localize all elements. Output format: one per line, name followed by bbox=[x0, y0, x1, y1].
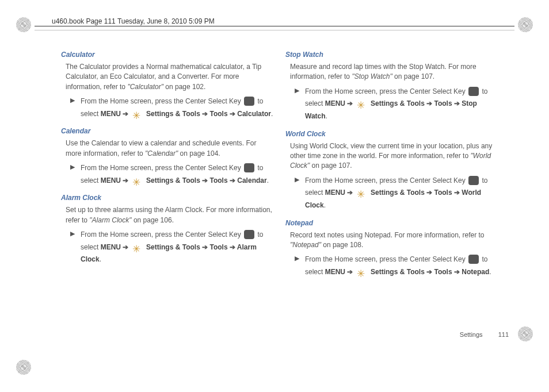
section-description: Set up to three alarms using the Alarm C… bbox=[66, 205, 274, 225]
period: . bbox=[326, 112, 327, 120]
section-heading: Notepad bbox=[285, 219, 498, 227]
instruction-step: ▶From the Home screen, press the Center … bbox=[295, 175, 498, 212]
path-label: Tools bbox=[434, 99, 452, 107]
arrow-icon: ➔ bbox=[228, 243, 237, 251]
arrow-icon: ➔ bbox=[228, 110, 238, 118]
page-footer: Settings 111 bbox=[460, 331, 509, 338]
center-select-key-icon bbox=[244, 97, 254, 106]
path-label: Settings & Tools bbox=[369, 189, 425, 197]
desc-text: on page 108. bbox=[321, 241, 363, 249]
arrow-icon: ➔ bbox=[200, 176, 210, 185]
desc-text: on page 106. bbox=[132, 216, 174, 224]
section-description: Using World Clock, view the current time… bbox=[290, 141, 498, 171]
arrow-icon: ➔ bbox=[121, 110, 131, 118]
footer-section: Settings bbox=[460, 331, 483, 338]
path-label: Tools bbox=[210, 243, 228, 251]
instruction-step: ▶From the Home screen, press the Center … bbox=[70, 162, 274, 187]
section-description: Use the Calendar to view a calendar and … bbox=[66, 139, 274, 159]
bullet-marker-icon: ▶ bbox=[70, 163, 75, 171]
desc-text: Using World Clock, view the current time… bbox=[290, 142, 492, 160]
arrow-icon: ➔ bbox=[121, 243, 131, 251]
menu-label: MENU bbox=[101, 243, 121, 251]
settings-gear-icon bbox=[357, 99, 367, 108]
settings-gear-icon bbox=[357, 267, 367, 276]
cross-ref-link[interactable]: "Calendar" bbox=[145, 149, 178, 157]
settings-gear-icon bbox=[132, 243, 143, 252]
section: CalendarUse the Calendar to view a calen… bbox=[61, 127, 274, 187]
desc-text: on page 102. bbox=[163, 83, 205, 91]
footer-page-number: 111 bbox=[498, 331, 509, 338]
path-label: Tools bbox=[210, 110, 228, 118]
desc-text: on page 107. bbox=[392, 72, 434, 80]
path-label: Tools bbox=[434, 189, 452, 197]
bullet-marker-icon: ▶ bbox=[295, 176, 299, 183]
period: . bbox=[267, 176, 269, 185]
path-target: Calendar bbox=[237, 176, 266, 185]
step-text: From the Home screen, press the Center S… bbox=[305, 86, 498, 123]
cross-ref-link[interactable]: "Alarm Clock" bbox=[89, 216, 131, 224]
bullet-marker-icon: ▶ bbox=[70, 97, 75, 104]
arrow-icon: ➔ bbox=[345, 268, 355, 276]
path-label: Settings & Tools bbox=[144, 110, 200, 118]
desc-text: on page 104. bbox=[178, 149, 220, 157]
arrow-icon: ➔ bbox=[425, 99, 434, 107]
section-description: Record text notes using Notepad. For mor… bbox=[290, 230, 498, 251]
arrow-icon: ➔ bbox=[345, 189, 355, 197]
page-header: u460.book Page 111 Tuesday, June 8, 2010… bbox=[52, 17, 215, 25]
step-text: From the Home screen, press the Center S… bbox=[81, 162, 274, 187]
arrow-icon: ➔ bbox=[425, 189, 434, 197]
step-text: From the Home screen, press the Center S… bbox=[81, 95, 274, 120]
section-heading: Calendar bbox=[61, 127, 274, 135]
period: . bbox=[324, 201, 326, 209]
settings-gear-icon bbox=[132, 109, 143, 118]
section-description: The Calculator provides a Normal mathema… bbox=[66, 62, 274, 92]
step-text: From the Home screen, press the Center S… bbox=[305, 175, 498, 212]
header-rule bbox=[35, 30, 514, 30]
crop-mark-icon bbox=[518, 17, 533, 32]
instruction-step: ▶From the Home screen, press the Center … bbox=[295, 86, 498, 123]
center-select-key-icon bbox=[468, 255, 479, 264]
bullet-marker-icon: ▶ bbox=[295, 87, 299, 94]
cross-ref-link[interactable]: "Calculator" bbox=[127, 83, 163, 91]
section: CalculatorThe Calculator provides a Norm… bbox=[61, 51, 274, 120]
section-description: Measure and record lap times with the St… bbox=[290, 62, 498, 82]
center-select-key-icon bbox=[468, 87, 479, 96]
path-label: Settings & Tools bbox=[369, 268, 425, 276]
arrow-icon: ➔ bbox=[200, 243, 210, 251]
path-label: Tools bbox=[210, 176, 228, 185]
section: Stop WatchMeasure and record lap times w… bbox=[285, 51, 498, 123]
path-target: Notepad bbox=[462, 268, 489, 276]
section-heading: World Clock bbox=[285, 130, 498, 138]
settings-gear-icon bbox=[357, 188, 367, 197]
cross-ref-link[interactable]: "Stop Watch" bbox=[352, 72, 392, 80]
menu-label: MENU bbox=[325, 99, 345, 107]
bullet-marker-icon: ▶ bbox=[70, 230, 75, 237]
cross-ref-link[interactable]: "Notepad" bbox=[290, 241, 321, 249]
path-label: Tools bbox=[434, 268, 452, 276]
section: World ClockUsing World Clock, view the c… bbox=[285, 130, 498, 212]
step-text: From the Home screen, press the Center S… bbox=[81, 229, 274, 266]
menu-label: MENU bbox=[101, 110, 121, 118]
arrow-icon: ➔ bbox=[452, 268, 462, 276]
period: . bbox=[100, 255, 101, 263]
arrow-icon: ➔ bbox=[345, 99, 355, 107]
path-label: Settings & Tools bbox=[144, 243, 200, 251]
arrow-icon: ➔ bbox=[425, 268, 434, 276]
instruction-step: ▶From the Home screen, press the Center … bbox=[295, 253, 498, 278]
crop-mark-icon bbox=[518, 326, 533, 341]
bullet-marker-icon: ▶ bbox=[295, 255, 299, 262]
section: Alarm ClockSet up to three alarms using … bbox=[61, 194, 274, 266]
header-rule bbox=[35, 26, 514, 26]
arrow-icon: ➔ bbox=[452, 189, 462, 197]
section-heading: Calculator bbox=[61, 51, 274, 59]
path-label: Settings & Tools bbox=[144, 176, 200, 185]
crop-mark-icon bbox=[16, 360, 31, 375]
arrow-icon: ➔ bbox=[228, 176, 238, 185]
instruction-step: ▶From the Home screen, press the Center … bbox=[70, 229, 274, 266]
section-heading: Stop Watch bbox=[285, 51, 498, 59]
page-content: CalculatorThe Calculator provides a Norm… bbox=[61, 51, 498, 285]
section-heading: Alarm Clock bbox=[61, 194, 274, 202]
center-select-key-icon bbox=[468, 176, 479, 185]
path-label: Settings & Tools bbox=[369, 99, 425, 107]
path-target: Calculator bbox=[237, 110, 271, 118]
